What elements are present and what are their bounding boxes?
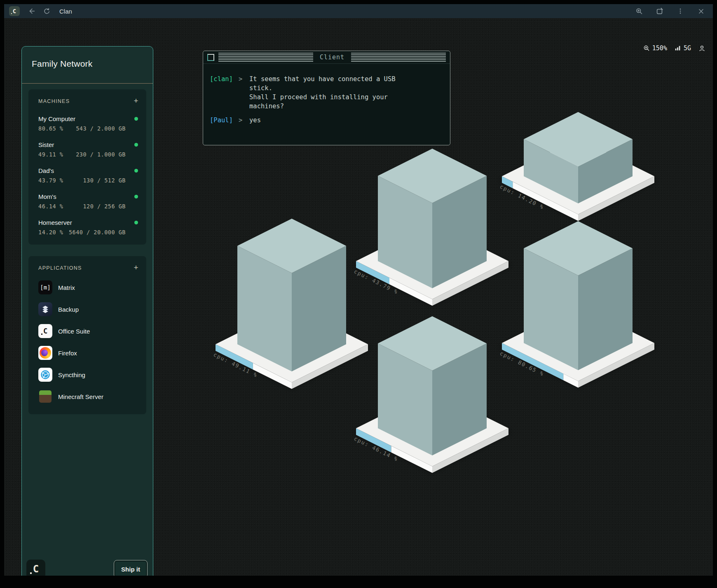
clan-logo-icon: C (9, 6, 20, 16)
machine-name: Sister (38, 141, 54, 148)
sidebar: Family Network MACHINES + My Computer 80… (21, 46, 153, 576)
sender-paul: [Paul] (210, 116, 239, 125)
matrix-icon: [m] (38, 280, 52, 294)
machine-cube[interactable]: cpu: 14.20 % (499, 112, 656, 221)
office-suite-icon: C (38, 324, 52, 338)
prompt-chevron: > (239, 75, 249, 111)
app-row-firefox[interactable]: Firefox (38, 346, 141, 360)
tab-overview-icon[interactable] (655, 7, 664, 16)
menu-kebab-icon[interactable] (676, 7, 685, 16)
dialog-title: Client (320, 54, 344, 61)
machine-name: Dad's (38, 167, 54, 174)
app-row-syncthing[interactable]: Syncthing (38, 368, 141, 382)
zoom-level: 150% (652, 44, 667, 52)
signal-bars-icon (675, 45, 681, 51)
machine-row-homeserver[interactable]: Homeserver 14.20 % 5640 / 20.000 GB (38, 219, 141, 236)
chat-message: [clan] > It seems that you have connecte… (210, 75, 450, 111)
machine-mem: 543 / 2.000 GB (76, 125, 126, 132)
machine-cube[interactable]: cpu: 49.11 % (213, 219, 370, 389)
machine-mem: 120 / 256 GB (83, 203, 126, 210)
machine-cube[interactable]: cpu: 43.79 % (353, 149, 510, 306)
client-dialog: Client [clan] > It seems that you have c… (203, 51, 450, 145)
machine-cpu: 14.20 % (38, 229, 63, 236)
online-status-dot (134, 169, 138, 173)
online-status-dot (134, 195, 138, 198)
firefox-icon (38, 346, 52, 360)
machine-name: My Computer (38, 115, 75, 122)
machine-cpu: 80.65 % (38, 125, 63, 132)
machine-row-my-computer[interactable]: My Computer 80.65 % 543 / 2.000 GB (38, 115, 141, 132)
machine-mem: 5640 / 20.000 GB (69, 229, 126, 236)
add-machine-button[interactable]: + (131, 97, 141, 106)
network-type: 5G (684, 44, 691, 52)
clan-logo: C (26, 560, 45, 576)
page-title: Clan (59, 8, 635, 15)
add-application-button[interactable]: + (131, 264, 141, 273)
message-text: yes (249, 116, 450, 125)
online-status-dot (134, 117, 138, 121)
syncthing-icon (38, 368, 52, 382)
titlebar: C Clan (4, 4, 713, 18)
online-status-dot (134, 143, 138, 147)
client-dialog-titlebar[interactable]: Client (203, 51, 450, 64)
network-title: Family Network (32, 59, 153, 69)
minecraft-icon (38, 390, 52, 404)
machines-header: MACHINES (38, 98, 70, 104)
status-indicators: 150% 5G (643, 44, 705, 52)
applications-header: APPLICATIONS (38, 265, 82, 271)
titlebar-stripes-right (351, 53, 446, 62)
machine-cube[interactable]: cpu: 80.65 % (499, 221, 656, 388)
chat-log: [clan] > It seems that you have connecte… (203, 64, 450, 125)
machine-name: Homeserver (38, 219, 72, 226)
app-row-backup[interactable]: Backup (38, 302, 141, 316)
machines-panel: MACHINES + My Computer 80.65 % 543 / 2.0… (28, 89, 146, 245)
chat-message: [Paul] > yes (210, 116, 450, 125)
machine-cube[interactable]: cpu: 46.14 % (353, 316, 510, 473)
titlebar-stripes-left (218, 53, 313, 62)
machine-cpu: 46.14 % (38, 203, 63, 210)
backup-icon (38, 302, 52, 316)
sidebar-header: Family Network (22, 47, 153, 84)
app-row-office-suite[interactable]: C Office Suite (38, 324, 141, 338)
machine-mem: 130 / 512 GB (83, 177, 126, 184)
dialog-close-box[interactable] (207, 54, 214, 61)
sender-clan: [clan] (210, 75, 239, 111)
machine-row-dads[interactable]: Dad's 43.79 % 130 / 512 GB (38, 167, 141, 184)
user-icon[interactable] (698, 45, 705, 52)
close-icon[interactable] (696, 7, 705, 16)
main-canvas: cpu: 14.20 %cpu: 43.79 %cpu: 80.65 %cpu:… (4, 18, 713, 576)
app-row-minecraft-server[interactable]: Minecraft Server (38, 390, 141, 404)
app-row-matrix[interactable]: [m] Matrix (38, 280, 141, 294)
message-text: It seems that you have connected a USB s… (249, 75, 450, 111)
ship-it-button[interactable]: Ship it (114, 560, 148, 576)
reload-icon[interactable] (42, 7, 51, 16)
zoom-page-icon[interactable] (635, 7, 644, 16)
online-status-dot (134, 221, 138, 224)
machine-row-moms[interactable]: Mom's 46.14 % 120 / 256 GB (38, 193, 141, 210)
machine-cpu: 49.11 % (38, 151, 63, 158)
applications-panel: APPLICATIONS + [m] Matrix (28, 256, 146, 414)
zoom-level-icon (643, 45, 650, 52)
machine-mem: 230 / 1.000 GB (76, 151, 126, 158)
back-icon[interactable] (27, 7, 36, 16)
prompt-chevron: > (239, 116, 249, 125)
machine-row-sister[interactable]: Sister 49.11 % 230 / 1.000 GB (38, 141, 141, 158)
machine-name: Mom's (38, 193, 56, 200)
machine-cpu: 43.79 % (38, 177, 63, 184)
app-window: C Clan (4, 4, 713, 576)
